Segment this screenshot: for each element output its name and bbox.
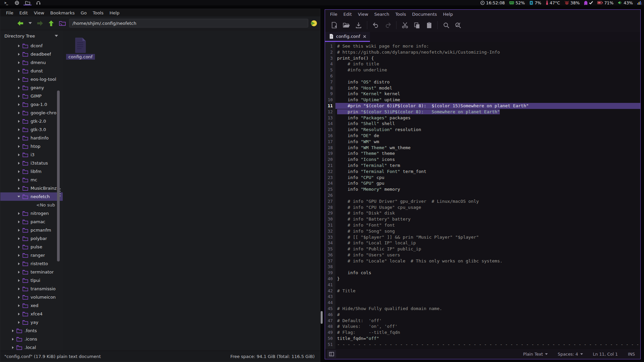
code-line-32[interactable]: 32 # info "Song" song [325,228,640,234]
redo-button[interactable] [382,22,394,28]
code-line-14[interactable]: 14 info "Shell" shell [325,121,640,127]
code-line-15[interactable]: 15 info "Resolution" resolution [325,127,640,133]
expand-arrow-icon[interactable] [18,45,20,47]
code-line-6[interactable]: 6 [325,73,640,79]
code-line-9[interactable]: 9 info "Kernel" kernel [325,91,640,97]
expand-arrow-icon[interactable] [18,271,20,274]
tree-item-google-chro[interactable]: google-chro [0,109,63,117]
history-dropdown-button[interactable] [29,22,32,24]
code-line-10[interactable]: 10 info "Uptime" uptime [325,97,640,103]
tree-item--no-sub[interactable]: <No sub [0,201,63,209]
tree-item-dunst[interactable]: dunst [0,67,63,75]
expand-arrow-icon[interactable] [18,187,20,190]
tree-item-goa-1-0[interactable]: goa-1.0 [0,100,63,109]
fm-menu-edit[interactable]: Edit [16,10,31,15]
code-line-33[interactable]: 33 # [[ "$player" ]] && prin "Music Play… [325,234,640,240]
code-line-39[interactable]: 39 info cols [325,270,640,276]
updates-indicator[interactable]: 38% [565,0,580,5]
pane-splitter[interactable] [60,188,61,196]
battery-indicator[interactable]: 71% [597,0,613,5]
tree-item-ranger[interactable]: ranger [0,251,63,259]
code-line-45[interactable]: 45# Hide/Show Fully qualified domain nam… [325,306,640,312]
code-line-13[interactable]: 13 info "Packages" packages [325,115,640,121]
expand-arrow-icon[interactable] [18,254,20,257]
tree-item--local[interactable]: .local [0,343,63,351]
window-resize-handle[interactable] [321,311,323,324]
expand-arrow-icon[interactable] [18,170,20,173]
expand-arrow-icon[interactable] [18,86,20,89]
expand-arrow-icon[interactable] [18,112,20,114]
workspace-files-icon[interactable] [23,0,32,5]
code-line-3[interactable]: 3print_info() { [325,55,640,61]
code-line-2[interactable]: 2# https://github.com/dylanaraps/neofetc… [325,49,640,55]
code-line-28[interactable]: 28 # info "CPU Usage" cpu_usage [325,204,640,210]
code-line-29[interactable]: 29 # info "Disk" disk [325,210,640,216]
expand-arrow-icon[interactable] [12,338,14,341]
indent-selector[interactable]: Spaces: 4 [558,352,583,357]
tree-item-libfm[interactable]: libfm [0,167,63,176]
tab-config-conf[interactable]: config.conf [325,32,370,42]
tree-item-dconf[interactable]: dconf [0,42,63,50]
expand-arrow-icon[interactable] [18,321,20,324]
code-line-44[interactable]: 44 [325,300,640,306]
expand-arrow-icon[interactable] [18,313,20,315]
code-line-19[interactable]: 19 info "Theme" theme [325,150,640,157]
tree-item-gtk-3-0[interactable]: gtk-3.0 [0,125,63,134]
tree-item-pulse[interactable]: pulse [0,243,63,251]
ram-indicator[interactable]: 52% [509,0,525,5]
save-button[interactable] [353,22,365,28]
expand-arrow-icon[interactable] [18,229,20,232]
code-line-50[interactable]: 50title_fqdn="off" [325,336,640,342]
expand-arrow-icon[interactable] [12,346,14,349]
code-line-35[interactable]: 35 # info "Public IP" public_ip [325,246,640,252]
expand-arrow-icon[interactable] [18,154,20,156]
tree-item-musicbrainz[interactable]: MusicBrainz [0,184,63,192]
expand-arrow-icon[interactable] [18,120,20,123]
tree-item-yay[interactable]: yay [0,318,63,326]
up-button[interactable] [48,20,54,26]
expand-arrow-icon[interactable] [18,212,20,215]
code-line-1[interactable]: 1# See this wiki page for more info: [325,43,640,49]
tree-item-i3status[interactable]: i3status [0,159,63,167]
code-line-30[interactable]: 30 # info "Battery" battery [325,216,640,222]
code-line-7[interactable]: 7 info "OS" distro [325,79,640,85]
sidebar-scrollbar[interactable] [57,90,60,261]
code-line-11[interactable]: 11 #prin "$(color 6)iP$(color 8): $(colo… [325,103,640,109]
workspace-music-icon[interactable] [34,0,42,5]
tree-item-pamac[interactable]: pamac [0,218,63,226]
code-line-40[interactable]: 40} [325,276,640,282]
side-panel-toggle-button[interactable] [327,350,336,358]
replace-button[interactable] [452,22,464,28]
code-line-34[interactable]: 34 # info "Local IP" local_ip [325,240,640,246]
code-line-21[interactable]: 21 info "Terminal" term [325,163,640,169]
workspace-terminal-icon[interactable]: >_ [2,0,10,5]
language-selector[interactable]: Plain Text [523,352,547,357]
fm-menu-go[interactable]: Go [77,10,90,15]
expand-arrow-icon[interactable] [18,179,20,181]
code-line-23[interactable]: 23 info "CPU" cpu [325,175,640,181]
close-icon[interactable] [363,35,366,38]
new-tab-button[interactable] [59,20,66,26]
tree-item-eos-log-tool[interactable]: eos-log-tool [0,75,63,83]
tree-item--icons[interactable]: .icons [0,335,63,343]
open-button[interactable] [340,22,353,28]
expand-arrow-icon[interactable] [18,304,20,307]
expand-arrow-icon[interactable] [18,296,20,299]
tree-item-geany[interactable]: geany [0,83,63,92]
code-line-25[interactable]: 25 info "Memory" memory [325,186,640,192]
tree-item-gtk-2-0[interactable]: gtk-2.0 [0,117,63,125]
file-item-config-conf[interactable]: config.conf [65,38,96,60]
clock[interactable]: 16:52:08 [480,0,505,5]
tree-item-pcmanfm[interactable]: pcmanfm [0,226,63,234]
editor-menu-help[interactable]: Help [440,12,456,17]
code-line-4[interactable]: 4 # info title [325,61,640,67]
code-line-41[interactable]: 41 [325,282,640,288]
code-line-36[interactable]: 36 # info "Users" users [325,252,640,258]
expand-arrow-icon[interactable] [18,137,20,139]
ghost-status[interactable] [584,1,593,5]
expand-arrow-icon[interactable] [18,262,20,265]
tree-item-terminator[interactable]: terminator [0,268,63,276]
expand-arrow-icon[interactable] [18,61,20,64]
tree-item-gimp[interactable]: GIMP [0,92,63,100]
code-line-51[interactable]: 51- - - - - - - - - - - - - - - - - - - … [325,342,640,348]
